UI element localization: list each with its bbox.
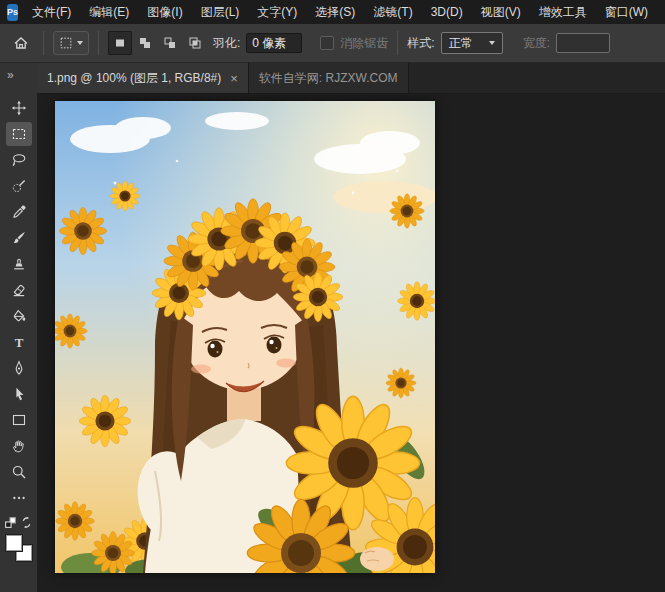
clone-stamp-tool-button[interactable] xyxy=(6,252,32,276)
feather-label: 羽化: xyxy=(213,35,240,52)
feather-input[interactable] xyxy=(246,33,302,53)
paint-bucket-tool-button[interactable] xyxy=(6,304,32,328)
svg-text:T: T xyxy=(14,335,23,350)
color-swatches xyxy=(6,535,32,562)
tool-list: T xyxy=(6,96,32,510)
lasso-tool-button[interactable] xyxy=(6,148,32,172)
menu-window[interactable]: 窗口(W) xyxy=(596,0,657,24)
tool-preset-button[interactable] xyxy=(53,31,89,55)
menu-help[interactable]: 帮助(H) xyxy=(657,0,665,24)
separator xyxy=(98,31,99,55)
menu-edit[interactable]: 编辑(E) xyxy=(80,0,138,24)
type-tool-button[interactable]: T xyxy=(6,330,32,354)
eraser-tool-button[interactable] xyxy=(6,278,32,302)
chevron-down-icon xyxy=(77,41,83,45)
document-tab-title: 1.png @ 100% (图层 1, RGB/8#) xyxy=(47,70,221,87)
selection-arrow-icon xyxy=(11,386,27,402)
menu-bar: Ps 文件(F) 编辑(E) 图像(I) 图层(L) 文字(Y) 选择(S) 滤… xyxy=(0,0,665,24)
lasso-icon xyxy=(11,152,27,168)
swap-colors-icon[interactable] xyxy=(20,516,33,529)
style-value: 正常 xyxy=(449,35,473,52)
hand-tool-button[interactable] xyxy=(6,434,32,458)
pen-icon xyxy=(11,360,27,376)
panel-collapse-button[interactable]: » xyxy=(0,63,15,88)
document-artboard[interactable] xyxy=(55,101,435,573)
menu-image[interactable]: 图像(I) xyxy=(138,0,191,24)
photoshop-window: Ps 文件(F) 编辑(E) 图像(I) 图层(L) 文字(Y) 选择(S) 滤… xyxy=(0,0,665,592)
hand-icon xyxy=(11,438,27,454)
tool-options-bar: 羽化: 消除锯齿 样式: 正常 宽度: xyxy=(0,24,665,63)
photoshop-logo-icon: Ps xyxy=(7,4,18,21)
foreground-color-swatch[interactable] xyxy=(6,535,22,551)
color-controls-row xyxy=(4,516,33,529)
paint-bucket-icon xyxy=(11,308,27,324)
menu-3d[interactable]: 3D(D) xyxy=(422,0,472,24)
eyedropper-tool-button[interactable] xyxy=(6,200,32,224)
document-tab-title: 软件自学网: RJZXW.COM xyxy=(259,70,398,87)
menu-file[interactable]: 文件(F) xyxy=(23,0,80,24)
intersect-selection-button[interactable] xyxy=(183,31,207,55)
chevron-down-icon xyxy=(489,41,495,45)
new-selection-icon xyxy=(112,35,128,51)
document-tab-inactive[interactable]: 软件自学网: RJZXW.COM xyxy=(249,63,409,93)
subtract-selection-icon xyxy=(162,35,178,51)
rectangle-shape-icon xyxy=(11,412,27,428)
brush-icon xyxy=(11,230,27,246)
add-to-selection-button[interactable] xyxy=(133,31,157,55)
antialias-checkbox[interactable] xyxy=(320,36,334,50)
sunflower-girl-artwork xyxy=(55,101,435,573)
menu-filter[interactable]: 滤镜(T) xyxy=(364,0,421,24)
intersect-selection-icon xyxy=(187,35,203,51)
subtract-from-selection-button[interactable] xyxy=(158,31,182,55)
document-tab-bar: 1.png @ 100% (图层 1, RGB/8#) × 软件自学网: RJZ… xyxy=(37,63,665,94)
eraser-icon xyxy=(11,282,27,298)
menu-plugins[interactable]: 增效工具 xyxy=(530,0,596,24)
path-selection-tool-button[interactable] xyxy=(6,382,32,406)
rectangle-shape-tool-button[interactable] xyxy=(6,408,32,432)
toolbar: » xyxy=(0,63,37,592)
menu-view[interactable]: 视图(V) xyxy=(472,0,530,24)
zoom-tool-button[interactable] xyxy=(6,460,32,484)
document-tab-active[interactable]: 1.png @ 100% (图层 1, RGB/8#) × xyxy=(37,63,249,93)
width-input[interactable] xyxy=(556,33,610,53)
move-tool-button[interactable] xyxy=(6,96,32,120)
antialias-label: 消除锯齿 xyxy=(340,35,388,52)
ellipsis-icon xyxy=(11,490,27,506)
eyedropper-icon xyxy=(11,204,27,220)
menu-select[interactable]: 选择(S) xyxy=(306,0,364,24)
home-icon xyxy=(12,34,30,52)
clone-stamp-icon xyxy=(11,256,27,272)
content-area: » xyxy=(0,63,665,592)
quick-selection-icon xyxy=(11,178,27,194)
edit-toolbar-button[interactable] xyxy=(6,486,32,510)
type-icon: T xyxy=(11,334,27,350)
canvas-workspace[interactable] xyxy=(37,94,665,592)
style-label: 样式: xyxy=(407,35,434,52)
marquee-preset-icon xyxy=(59,36,73,50)
zoom-icon xyxy=(11,464,27,480)
menu-type[interactable]: 文字(Y) xyxy=(248,0,306,24)
separator xyxy=(43,31,44,55)
separator xyxy=(397,31,398,55)
add-selection-icon xyxy=(137,35,153,51)
close-tab-icon[interactable]: × xyxy=(230,72,238,85)
pen-tool-button[interactable] xyxy=(6,356,32,380)
home-button[interactable] xyxy=(8,30,34,56)
selection-mode-group xyxy=(108,31,207,55)
brush-tool-button[interactable] xyxy=(6,226,32,250)
menu-layer[interactable]: 图层(L) xyxy=(192,0,249,24)
style-select[interactable]: 正常 xyxy=(441,32,503,54)
new-selection-button[interactable] xyxy=(108,31,132,55)
move-icon xyxy=(11,100,27,116)
quick-selection-tool-button[interactable] xyxy=(6,174,32,198)
rectangular-marquee-icon xyxy=(11,126,27,142)
width-label: 宽度: xyxy=(523,35,550,52)
document-area: 1.png @ 100% (图层 1, RGB/8#) × 软件自学网: RJZ… xyxy=(37,63,665,592)
default-colors-icon[interactable] xyxy=(4,516,17,529)
rectangular-marquee-tool-button[interactable] xyxy=(6,122,32,146)
